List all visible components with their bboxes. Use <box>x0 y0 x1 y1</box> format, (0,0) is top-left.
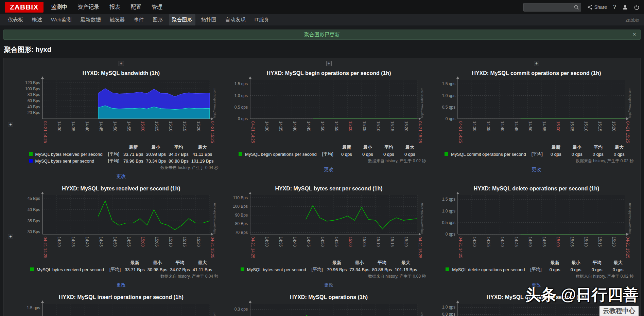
graph-generation-note: 数据来自 history, 产生于 0.04 秒 <box>19 274 223 279</box>
logout-button[interactable] <box>634 4 639 10</box>
series-color-swatch <box>29 152 33 156</box>
graph-plot[interactable]: 04-21 14:2514:3014:3514:4014:4514:5014:5… <box>435 192 639 260</box>
svg-text:15:05: 15:05 <box>362 237 367 247</box>
svg-text:15:00: 15:00 <box>348 121 353 131</box>
user-profile-button[interactable] <box>622 4 628 10</box>
svg-text:15:20: 15:20 <box>196 237 201 247</box>
svg-text:http://www.zabbix.com: http://www.zabbix.com <box>420 312 424 316</box>
svg-text:04-21 15:25: 04-21 15:25 <box>210 121 215 143</box>
svg-text:15:00: 15:00 <box>140 237 145 247</box>
series-color-swatch <box>239 152 242 156</box>
add-column-button[interactable]: + <box>534 61 539 66</box>
svg-text:15:05: 15:05 <box>154 237 159 247</box>
graph-edit-link[interactable]: 更改 <box>532 167 541 173</box>
svg-text:14:30: 14:30 <box>57 237 62 247</box>
graph-edit-link[interactable]: 更改 <box>117 173 126 180</box>
svg-text:14:45: 14:45 <box>514 237 519 247</box>
legend-header: 平均 <box>587 260 608 266</box>
graph-edit-link[interactable]: 更改 <box>117 282 126 288</box>
svg-text:20 Bps: 20 Bps <box>27 110 40 115</box>
svg-text:15:00: 15:00 <box>556 237 560 247</box>
series-stat-value: 101.19 Bps <box>393 266 418 273</box>
svg-text:14:55: 14:55 <box>334 237 339 247</box>
graph-plot[interactable]: 04-21 14:2514:3014:3514:4014:4514:5014:5… <box>19 192 223 260</box>
subnav-item[interactable]: 触发器 <box>107 14 128 25</box>
add-row-button[interactable]: + <box>8 234 13 239</box>
svg-text:1.0 qps: 1.0 qps <box>442 305 455 310</box>
close-message-button[interactable]: × <box>632 31 636 38</box>
svg-text:110 Bps: 110 Bps <box>233 196 247 200</box>
success-message-bar: 聚合图形已更新 × <box>3 30 641 40</box>
search-input[interactable] <box>523 3 581 12</box>
svg-text:15:20: 15:20 <box>611 237 616 247</box>
svg-text:14:50: 14:50 <box>320 121 325 131</box>
svg-text:100 Bps: 100 Bps <box>232 204 247 209</box>
svg-text:15:20: 15:20 <box>196 121 201 131</box>
svg-text:14:30: 14:30 <box>57 121 62 131</box>
svg-text:http://www.zabbix.com: http://www.zabbix.com <box>628 88 631 118</box>
series-color-swatch <box>446 267 449 271</box>
graph-edit-link[interactable]: 更改 <box>532 282 541 288</box>
add-column-button[interactable]: + <box>326 61 332 66</box>
subnav-item[interactable]: 自动发现 <box>222 14 249 25</box>
svg-text:04-21 14:25: 04-21 14:25 <box>458 237 463 258</box>
legend-row: MySQL begin operations per second[平均]0 q… <box>237 151 420 157</box>
series-stat-value: 73.34 Bps <box>348 266 371 273</box>
series-stat-value: 79.96 Bps <box>326 266 348 273</box>
series-stat-value: 80.88 Bps <box>371 266 394 273</box>
graph-legend: 最新最小平均最大MySQL begin operations per secon… <box>237 144 420 157</box>
svg-text:14:45: 14:45 <box>99 237 103 247</box>
series-function: [平均] <box>321 151 336 157</box>
series-stat-value: 0 qps <box>588 151 609 157</box>
subnav-item[interactable]: Web监测 <box>48 14 75 25</box>
top-menu-item[interactable]: 报表 <box>109 0 120 14</box>
series-name: MySQL bytes sent per second <box>246 266 310 273</box>
top-menu-item[interactable]: 监测中 <box>51 0 67 14</box>
subnav-item[interactable]: 聚合图形 <box>169 14 195 25</box>
add-row-button[interactable]: + <box>8 122 13 127</box>
svg-text:15:15: 15:15 <box>390 237 395 247</box>
subnav-item[interactable]: 最新数据 <box>77 14 104 25</box>
svg-text:0.5 qps: 0.5 qps <box>442 105 455 110</box>
series-stat-value: 33.71 Bps <box>122 151 145 157</box>
series-name: MySQL bytes received per second <box>35 266 108 273</box>
top-menu-item[interactable]: 管理 <box>152 0 162 14</box>
graph-edit-link[interactable]: 更改 <box>324 167 334 173</box>
top-menu-item[interactable]: 配置 <box>130 0 141 14</box>
svg-text:14:30: 14:30 <box>472 237 477 247</box>
svg-text:80 Bps: 80 Bps <box>235 221 247 226</box>
legend-row: MySQL bytes sent per second[平均]79.96 Bps… <box>28 157 215 164</box>
svg-text:http://www.zabbix.com: http://www.zabbix.com <box>420 203 424 234</box>
svg-text:15:10: 15:10 <box>376 237 381 247</box>
svg-text:http://www.zabbix.com: http://www.zabbix.com <box>628 312 631 316</box>
graph-edit-link[interactable]: 更改 <box>324 282 334 288</box>
subnav-item[interactable]: 拓扑图 <box>198 14 220 25</box>
svg-text:15:10: 15:10 <box>584 237 588 247</box>
secondary-nav: 仪表板概述Web监测最新数据触发器事件图形聚合图形拓扑图自动发现IT服务zabb… <box>0 14 644 25</box>
search-icon[interactable] <box>574 5 579 11</box>
share-icon <box>587 4 593 10</box>
graph-plot[interactable]: 04-21 14:2514:3014:3514:4014:4514:5014:5… <box>227 76 431 144</box>
graph-plot[interactable]: 04-21 14:2514:3014:3514:4014:4514:5014:5… <box>19 76 223 144</box>
top-menu-item[interactable]: 资产记录 <box>77 0 99 14</box>
subnav-item[interactable]: 事件 <box>131 14 147 25</box>
graph-plot[interactable]: 04-21 14:2514:3014:3514:4014:4514:5014:5… <box>435 76 639 144</box>
zabbix-logo[interactable]: ZABBIX <box>5 2 43 13</box>
graph-plot[interactable]: 04-21 14:2514:3014:3514:4014:4514:5014:5… <box>19 300 223 316</box>
subnav-item[interactable]: IT服务 <box>251 14 272 25</box>
svg-text:15:05: 15:05 <box>570 121 574 131</box>
series-name: MySQL delete operations per second <box>451 266 529 273</box>
success-message-text: 聚合图形已更新 <box>304 32 340 38</box>
svg-text:04-21 15:25: 04-21 15:25 <box>210 237 215 258</box>
add-column-button[interactable]: + <box>119 61 124 66</box>
graph-plot[interactable]: 04-21 14:2514:3014:3514:4014:4514:5014:5… <box>227 300 431 316</box>
svg-text:04-21 15:25: 04-21 15:25 <box>418 121 422 143</box>
help-button[interactable]: ? <box>613 4 616 10</box>
svg-text:15:10: 15:10 <box>376 121 381 131</box>
share-button[interactable]: Share <box>587 4 607 10</box>
graph-plot[interactable]: 04-21 14:2514:3014:3514:4014:4514:5014:5… <box>227 192 431 260</box>
graph-plot[interactable]: 04-21 14:2514:3014:3514:4014:4514:5014:5… <box>435 300 639 316</box>
subnav-item[interactable]: 仪表板 <box>5 14 26 25</box>
subnav-item[interactable]: 概述 <box>29 14 45 25</box>
subnav-item[interactable]: 图形 <box>150 14 166 25</box>
